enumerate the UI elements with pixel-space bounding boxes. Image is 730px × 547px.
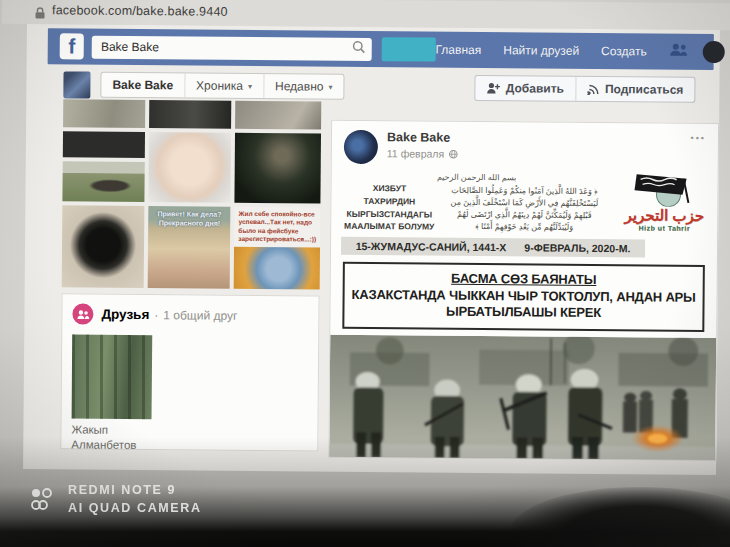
grid-photo-road[interactable] — [235, 101, 321, 130]
ssl-lock-icon — [35, 5, 45, 23]
friends-subtitle[interactable]: 1 общий друг — [163, 308, 237, 323]
navbar-links: Главная Найти друзей Создать — [435, 39, 713, 63]
org-line: КЫРГЫЗСТАНДАГЫ — [341, 207, 437, 221]
org-line: МААЛЫМАТ БОЛУМУ — [341, 220, 437, 234]
press-release-text: КАЗАКСТАНДА ЧЫККАН ЧЫР ТОКТОЛУП, АНДАН А… — [350, 287, 696, 323]
grid-photo-baby-hat[interactable]: Привет! Как дела? Прекрасного дня! — [148, 206, 231, 289]
logo-latin-text: Hizb ut Tahrir — [619, 224, 709, 232]
search-input[interactable] — [101, 40, 352, 56]
search-box[interactable] — [92, 35, 372, 60]
friends-title[interactable]: Друзья — [101, 307, 149, 322]
post-options-button[interactable]: ••• — [690, 133, 706, 167]
flag-globe-icon — [628, 172, 700, 207]
add-friend-icon — [487, 82, 501, 94]
grid-photo-landscape[interactable] — [63, 99, 145, 128]
photo-of-screen: facebook.com/bake.bake.9440 f Главная На… — [0, 0, 730, 547]
press-release-title: БАСМА СӨЗ БАЯНАТЫ — [351, 270, 697, 288]
grid-photo-baby[interactable] — [149, 132, 232, 203]
profile-menu-partial-icon[interactable] — [703, 41, 725, 63]
redacted-name-block — [382, 37, 436, 61]
public-globe-icon — [449, 149, 458, 158]
post-date[interactable]: 11 февраля — [387, 147, 444, 160]
logo-arabic-text: حزب التحرير — [619, 206, 709, 225]
post-author-avatar[interactable] — [344, 130, 378, 164]
meme-toy-image — [234, 247, 320, 290]
press-release-box: БАСМА СӨЗ БАЯНАТЫ КАЗАКСТАНДА ЧЫККАН ЧЫР… — [342, 262, 705, 332]
follow-label: Подписаться — [605, 82, 684, 97]
tab-timeline[interactable]: Хроника▾ — [184, 73, 263, 98]
grid-photo-wristwatch[interactable] — [62, 205, 145, 288]
nav-find-friends-link[interactable]: Найти друзей — [503, 43, 579, 58]
facebook-navbar: f Главная Найти друзей Создать — [48, 28, 714, 70]
friends-icon — [72, 303, 93, 324]
photos-grid: Привет! Как дела? Прекрасного дня! Жил с… — [62, 99, 322, 289]
friend-requests-icon[interactable] — [669, 43, 689, 61]
nav-create-link[interactable]: Создать — [601, 44, 647, 58]
follow-button[interactable]: Подписаться — [575, 77, 695, 102]
grid-cell-split — [62, 131, 145, 202]
grid-photo-dark-strip[interactable] — [63, 131, 145, 158]
hizb-ut-tahrir-logo: حزب التحرير Hizb ut Tahrir — [619, 172, 710, 232]
friends-card: Друзья · 1 общий друг Жакып Алманбетов — [60, 293, 319, 451]
tab-profile-name[interactable]: Bake Bake — [101, 73, 184, 98]
post-meta: 11 февраля — [387, 147, 458, 160]
post-author-name[interactable]: Bake Bake — [387, 130, 458, 145]
post-header: Bake Bake 11 февраля ••• — [332, 121, 718, 173]
post-card: Bake Bake 11 февраля ••• بسم الله الرحمن… — [328, 120, 719, 461]
photo-caption-overlay: Привет! Как дела? Прекрасного дня! — [152, 209, 226, 228]
watermark-camera: AI QUAD CAMERA — [68, 499, 202, 517]
search-icon[interactable] — [352, 40, 366, 58]
profile-tabs: Bake Bake Хроника▾ Недавно▾ — [100, 72, 344, 100]
gregorian-date: 9-ФЕВРАЛЬ, 2020-М. — [524, 241, 630, 254]
chevron-down-icon: ▾ — [328, 82, 332, 91]
chevron-down-icon: ▾ — [248, 81, 252, 90]
friends-separator: · — [154, 308, 158, 322]
org-line: ТАХРИРДИН — [341, 195, 437, 209]
tab-recent-label: Недавно — [275, 79, 324, 93]
quad-camera-icon — [28, 485, 58, 513]
quran-verse-text: ﴿ وَعَدَ اللهُ الَّذِينَ آمَنُوا مِنكُمْ… — [437, 184, 611, 234]
watermark-device: REDMI NOTE 9 — [68, 481, 202, 499]
grid-photo-meme[interactable]: Жил себе спокойно-все успевал...Так нет,… — [234, 207, 320, 290]
profile-action-buttons: Добавить Подписаться — [475, 75, 696, 103]
friend-photo[interactable] — [72, 334, 153, 419]
nav-home-link[interactable]: Главная — [436, 43, 482, 57]
org-line: ХИЗБУТ — [341, 182, 437, 196]
grid-photo-hooded-archer[interactable] — [235, 133, 321, 204]
grid-photo-horse[interactable] — [62, 161, 144, 202]
meme-caption: Жил себе спокойно-все успевал...Так нет,… — [234, 207, 320, 247]
leaflet-date-band: 15-ЖУМАДУС-САНИЙ, 1441-Х 9-ФЕВРАЛЬ, 2020… — [341, 237, 645, 258]
watermark-text: REDMI NOTE 9 AI QUAD CAMERA — [68, 481, 202, 517]
org-name-block: ХИЗБУТ ТАХРИРДИН КЫРГЫЗСТАНДАГЫ МААЛЫМАТ… — [341, 182, 437, 234]
friends-header: Друзья · 1 общий друг — [72, 303, 308, 326]
grid-photo-dark-animal[interactable] — [149, 100, 231, 129]
tab-timeline-label: Хроника — [196, 79, 243, 93]
facebook-logo[interactable]: f — [60, 33, 84, 59]
hijri-date: 15-ЖУМАДУС-САНИЙ, 1441-Х — [356, 240, 507, 253]
tab-recent[interactable]: Недавно▾ — [263, 74, 344, 99]
add-friend-button[interactable]: Добавить — [476, 76, 575, 101]
url-text[interactable]: facebook.com/bake.bake.9440 — [52, 3, 228, 19]
follow-icon — [587, 83, 600, 95]
add-friend-label: Добавить — [506, 81, 564, 96]
leaflet-header: بسم الله الرحمن الرحيم ХИЗБУТ ТАХРИРДИН … — [331, 170, 718, 236]
camera-watermark: REDMI NOTE 9 AI QUAD CAMERA — [28, 481, 202, 517]
post-head-text: Bake Bake 11 февраля — [387, 130, 459, 165]
profile-avatar-thumbnail[interactable] — [63, 71, 90, 98]
